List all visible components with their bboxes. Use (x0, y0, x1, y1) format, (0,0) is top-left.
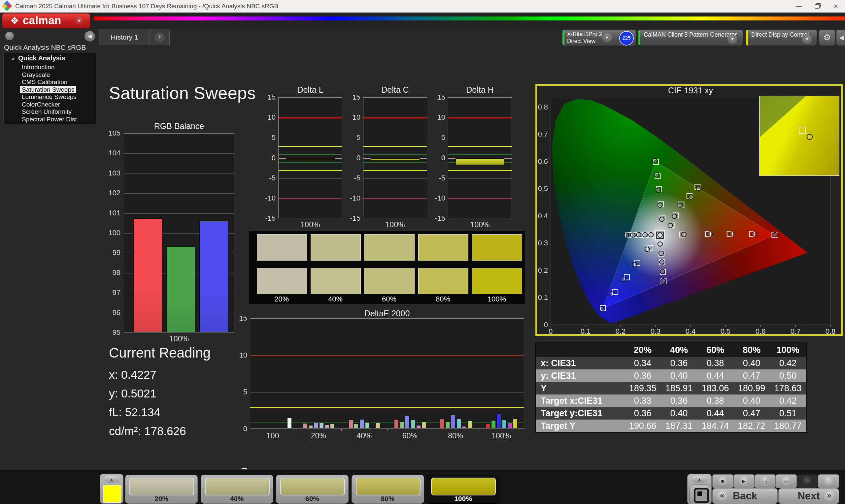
sidebar-item-colorchecker[interactable]: ColorChecker (20, 101, 62, 108)
close-button[interactable]: × (827, 0, 845, 13)
delta-ytick-label: -15 (345, 214, 360, 223)
cie-measured-marker (658, 242, 663, 246)
deltae-bar (468, 421, 472, 429)
table-cell: 180.99 (734, 382, 770, 395)
delta-ytick-label: 0 (261, 154, 276, 162)
delta-ytick-label: -10 (430, 194, 445, 202)
cie-measured-marker (696, 186, 701, 191)
cie-measured-marker (632, 263, 637, 267)
pattern-generator-dropdown[interactable]: CalMAN Client 3 Pattern Generator ▼ (638, 29, 743, 46)
quick-yellow-swatch[interactable] (103, 485, 122, 503)
rgb-ytick-label: 100 (105, 229, 121, 237)
inset-target-marker (799, 127, 806, 133)
table-cell: 0.47 (734, 370, 770, 382)
rgb-ytick-label: 95 (105, 328, 121, 337)
meter-dropdown[interactable]: X-Rite i1Pro 2 Direct View ▼ 225 (562, 29, 636, 46)
pattern-up-button[interactable]: ▲ (103, 475, 120, 483)
table-cell: 190.66 (624, 419, 661, 432)
cie-measured-marker (672, 214, 677, 219)
control-button-stop[interactable]: ■ (712, 474, 734, 488)
minimize-button[interactable]: — (790, 0, 808, 13)
control-button-infinity[interactable]: ∞ (776, 474, 797, 488)
pattern-level-button-40%[interactable]: 40% (201, 475, 273, 504)
rgb-ytick-label: 101 (105, 209, 121, 217)
pattern-level-button-100%[interactable]: 100% (427, 475, 499, 504)
tab-history-1[interactable]: History 1 (99, 29, 150, 45)
display-control-dropdown[interactable]: Direct Display Control ▼ (746, 29, 817, 46)
control-button-play[interactable]: ▶ (734, 474, 755, 488)
layout-button[interactable] (689, 485, 710, 503)
sidebar-item-saturation-sweeps[interactable]: Saturation Sweeps (20, 86, 76, 93)
pattern-level-button-80%[interactable]: 80% (352, 475, 424, 504)
sidebar-item-introduction[interactable]: Introduction (20, 64, 56, 71)
table-header-cell (536, 343, 624, 357)
table-cell: 178.63 (770, 382, 806, 395)
deltae-xtick (387, 429, 388, 431)
cie-measured-marker (752, 232, 757, 236)
table-cell: 0.36 (624, 370, 661, 382)
meter-mode: Direct View (567, 38, 596, 44)
pattern-generator-label: CalMAN Client 3 Pattern Generator (644, 31, 737, 38)
pattern-level-button-60%[interactable]: 60% (276, 475, 349, 504)
cie-zoom-inset (759, 96, 839, 176)
limit-line-red (364, 118, 427, 119)
table-row: y: CIE310.360.400.440.470.50 (536, 370, 806, 382)
table-header-cell: 80% (734, 343, 770, 357)
pattern-level-label: 100% (427, 495, 499, 503)
sidebar-collapse-button[interactable]: ◀ (85, 31, 95, 41)
delta-bar (371, 158, 420, 160)
control-button-sync[interactable]: ↻ (797, 474, 818, 488)
deltae-bar (303, 423, 307, 429)
sidebar-item-spectral-power-dist-[interactable]: Spectral Power Dist. (20, 116, 80, 123)
tree-root-quick-analysis[interactable]: Quick Analysis (18, 54, 65, 62)
session-up-button[interactable]: ▲ (690, 475, 709, 483)
next-button[interactable]: Next» (778, 488, 839, 504)
sidebar-item-luminance-sweeps[interactable]: Luminance Sweeps (20, 93, 78, 101)
settings-button[interactable]: ⚙ (819, 29, 835, 46)
chevron-down-icon: ▼ (75, 17, 84, 25)
spectrum-strip (94, 17, 845, 20)
sidebar-item-cms-calibration[interactable]: CMS Calibration (20, 78, 69, 86)
table-cell: 0.44 (697, 407, 734, 419)
cie-measured-marker (642, 233, 647, 237)
cie-measured-marker (729, 232, 734, 236)
control-button-pattern[interactable]: [··] (755, 474, 776, 488)
deltae-bar (445, 422, 450, 429)
pattern-level-button-20%[interactable]: 20% (125, 475, 198, 504)
add-tab-button[interactable]: + (150, 29, 170, 45)
cie-measured-marker (661, 278, 666, 283)
limit-line-yellow (448, 170, 512, 171)
saturation-swatch-strip: Actual Target 20%40%60%80%100% (249, 231, 525, 304)
back-button[interactable]: Back« (712, 488, 778, 504)
pattern-level-swatch (280, 478, 345, 496)
rgb-xaxis-label: 100% (124, 335, 234, 343)
cie-ytick-label: 0.6 (533, 157, 548, 166)
play-icon: ▶ (739, 476, 749, 486)
limit-line-green (364, 162, 427, 163)
sidebar-indicator-button[interactable] (5, 32, 14, 40)
limit-line-green (364, 154, 427, 155)
meter-name: X-Rite i1Pro 2 (567, 31, 602, 38)
display-control-label: Direct Display Control (751, 31, 809, 38)
sidebar-item-grayscale[interactable]: Grayscale (20, 71, 52, 78)
calman-menu-button[interactable]: ❖ calman ▼ (2, 13, 90, 29)
collapse-panel-button[interactable]: ◀ (836, 29, 845, 46)
cie-xtick (725, 325, 726, 327)
table-row-label: Target x:CIE31 (536, 395, 624, 407)
deltae-bar (394, 419, 399, 429)
control-button-blank[interactable] (818, 474, 839, 488)
sidebar-item-screen-uniformity[interactable]: Screen Uniformity (20, 108, 73, 115)
restore-button[interactable] (808, 0, 827, 13)
rgb-ytick-label: 102 (105, 189, 121, 197)
deltae-bar (349, 419, 353, 429)
cie-xtick-label: 0.2 (611, 327, 631, 336)
deltae-group-label: 40% (341, 431, 387, 440)
meter-count-badge[interactable]: 225 (619, 31, 634, 46)
deltae-bar (405, 415, 410, 429)
delta-l-title: Delta L (278, 85, 342, 95)
rgb-balance-title: RGB Balance (124, 121, 234, 131)
delta-plot-delta_l (278, 97, 342, 218)
delta-ytick-label: 15 (430, 93, 445, 102)
table-row: Target x:CIE310.330.360.380.400.42 (536, 395, 806, 407)
deltae-bar (416, 425, 421, 429)
